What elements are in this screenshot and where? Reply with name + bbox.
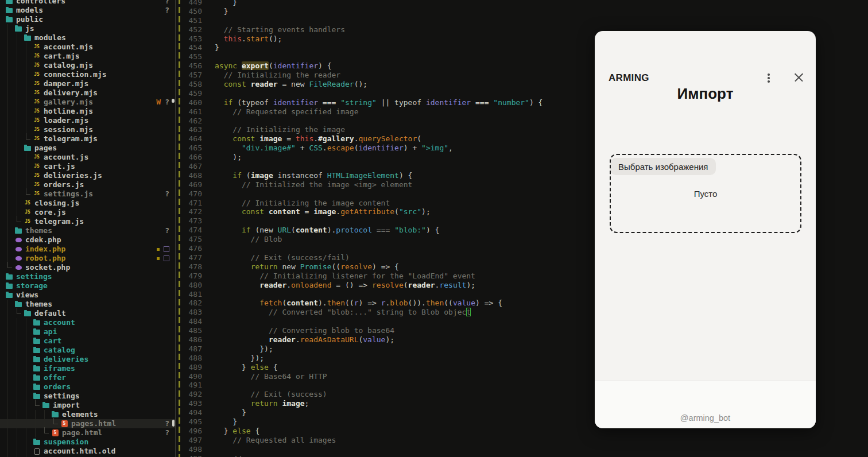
- folder-icon: [5, 15, 14, 24]
- tree-item-catalog.mjs[interactable]: JScatalog.mjs: [0, 61, 175, 70]
- code-line-content: const reader = new FileReader();: [215, 80, 367, 89]
- code-line-content: });: [215, 344, 273, 354]
- tree-item-themes[interactable]: themes: [0, 300, 175, 309]
- code-line-content: // Starting events handlers: [215, 25, 345, 34]
- tree-item-label: loader.mjs: [44, 116, 88, 125]
- tree-indent-guide: [5, 42, 14, 52]
- tree-item-connection.mjs[interactable]: JSconnection.mjs: [0, 70, 175, 79]
- tree-branch-corner: [41, 428, 51, 437]
- git-untracked-badge: ?: [165, 419, 169, 428]
- tree-indent-guide: [14, 79, 23, 88]
- tree-item-gallery.mjs[interactable]: JSgallery.mjsW?: [0, 98, 175, 107]
- tree-indent-guide: [14, 392, 23, 401]
- tree-item-robot.php[interactable]: robot.php: [0, 254, 175, 263]
- tree-indent-guide: [5, 235, 14, 245]
- tree-item-settings[interactable]: settings: [0, 272, 175, 281]
- tree-item-deliveries.js[interactable]: JSdeliveries.js: [0, 171, 175, 180]
- code-line: 449 }: [176, 0, 868, 7]
- tree-item-elements[interactable]: elements: [0, 410, 175, 419]
- javascript-file-icon: JS: [23, 217, 32, 226]
- tree-item-iframes[interactable]: iframes: [0, 364, 175, 373]
- tree-item-cart.mjs[interactable]: JScart.mjs: [0, 52, 175, 61]
- tree-item-label: telegram.js: [34, 217, 84, 226]
- code-line-content: }: [215, 7, 228, 16]
- tree-item-badges: ?: [165, 189, 169, 199]
- tree-item-account[interactable]: account: [0, 318, 175, 327]
- tree-item-socket.php[interactable]: socket.php: [0, 263, 175, 272]
- tree-indent-guide: [23, 70, 32, 79]
- tree-item-public[interactable]: public: [0, 15, 175, 24]
- kebab-menu-icon[interactable]: [765, 72, 773, 84]
- tree-item-closing.js[interactable]: JSclosing.js: [0, 199, 175, 208]
- tree-branch-corner: [51, 419, 60, 428]
- image-dropzone[interactable]: Пусто: [610, 154, 801, 233]
- tree-item-account.js[interactable]: JSaccount.js: [0, 153, 175, 162]
- tree-item-label: models: [16, 6, 43, 15]
- tree-indent-guide: [23, 346, 32, 355]
- close-icon[interactable]: [794, 72, 804, 82]
- tree-indent-guide: [23, 318, 32, 327]
- tree-item-pages[interactable]: pages: [0, 144, 175, 153]
- folder-icon: [32, 364, 41, 373]
- code-line-content: "div.image#" + CSS.escape(identifier) + …: [215, 144, 453, 153]
- tree-indent-guide: [5, 447, 14, 456]
- tree-indent-guide: [23, 364, 32, 373]
- line-number: 477: [176, 253, 202, 262]
- tree-item-settings.js[interactable]: JSsettings.js?: [0, 189, 175, 199]
- tree-item-page.html[interactable]: 5page.html?: [0, 428, 175, 437]
- tree-item-offer[interactable]: offer: [0, 373, 175, 382]
- tree-item-label: elements: [62, 410, 98, 419]
- tree-item-themes[interactable]: themes?: [0, 226, 175, 235]
- tree-item-suspension[interactable]: suspension: [0, 437, 175, 447]
- tree-item-orders[interactable]: orders: [0, 382, 175, 392]
- tree-item-core.js[interactable]: JScore.js: [0, 208, 175, 217]
- tree-item-label: cart.mjs: [44, 52, 80, 61]
- tree-item-loader.mjs[interactable]: JSloader.mjs: [0, 116, 175, 125]
- tree-item-js[interactable]: js: [0, 24, 175, 33]
- tree-item-label: index.php: [25, 245, 65, 254]
- tree-item-default[interactable]: default: [0, 309, 175, 318]
- line-number: 482: [176, 299, 202, 308]
- tree-item-deliveries[interactable]: deliveries: [0, 355, 175, 364]
- tree-indent-guide: [23, 401, 32, 410]
- line-number: 498: [176, 445, 202, 454]
- tree-item-account.mjs[interactable]: JSaccount.mjs: [0, 42, 175, 52]
- tree-item-label: views: [16, 291, 38, 300]
- tree-item-storage[interactable]: storage: [0, 281, 175, 291]
- tree-item-damper.mjs[interactable]: JSdamper.mjs: [0, 79, 175, 88]
- folder-icon: [32, 373, 41, 382]
- tree-indent-guide: [23, 61, 32, 70]
- tree-item-controllers[interactable]: controllers?: [0, 0, 175, 6]
- tree-item-import[interactable]: import: [0, 401, 175, 410]
- tree-item-api[interactable]: api: [0, 327, 175, 336]
- line-number: 460: [176, 98, 202, 107]
- tree-item-hotline.mjs[interactable]: JShotline.mjs: [0, 107, 175, 116]
- tree-item-telegram.js[interactable]: JStelegram.js: [0, 217, 175, 226]
- tree-indent-guide: [14, 52, 23, 61]
- line-number: 472: [176, 207, 202, 216]
- tree-item-catalog[interactable]: catalog: [0, 346, 175, 355]
- empty-label: Пусто: [694, 189, 718, 199]
- tree-item-cart.js[interactable]: JScart.js: [0, 162, 175, 171]
- tree-item-account.html.old[interactable]: account.html.old: [0, 447, 175, 456]
- code-line-content: async export(identifier) {: [215, 61, 332, 71]
- tree-item-delivery.mjs[interactable]: JSdelivery.mjs: [0, 88, 175, 98]
- tree-item-index.php[interactable]: index.php: [0, 245, 175, 254]
- tree-item-label: core.js: [34, 208, 66, 217]
- tree-item-models[interactable]: models?: [0, 6, 175, 15]
- code-line-content: const image = this.#gallery.querySelecto…: [215, 134, 421, 144]
- line-number: 499: [176, 454, 202, 457]
- tree-indent-guide: [5, 171, 14, 180]
- tree-indent-guide: [14, 355, 23, 364]
- tree-indent-guide: [5, 208, 14, 217]
- tree-item-pages.html[interactable]: 5pages.html?: [0, 419, 175, 428]
- tree-item-views[interactable]: views: [0, 291, 175, 300]
- tree-item-modules[interactable]: modules: [0, 33, 175, 42]
- text-cursor: t: [466, 308, 471, 316]
- tree-item-settings[interactable]: settings: [0, 392, 175, 401]
- tree-item-cdek.php[interactable]: cdek.php: [0, 235, 175, 245]
- tree-item-telegram.mjs[interactable]: JStelegram.mjs: [0, 134, 175, 144]
- code-line-content: return image;: [215, 399, 309, 408]
- tree-item-cart[interactable]: cart: [0, 336, 175, 346]
- file-tree-panel[interactable]: controllers?models?publicjsmodulesJSacco…: [0, 0, 175, 457]
